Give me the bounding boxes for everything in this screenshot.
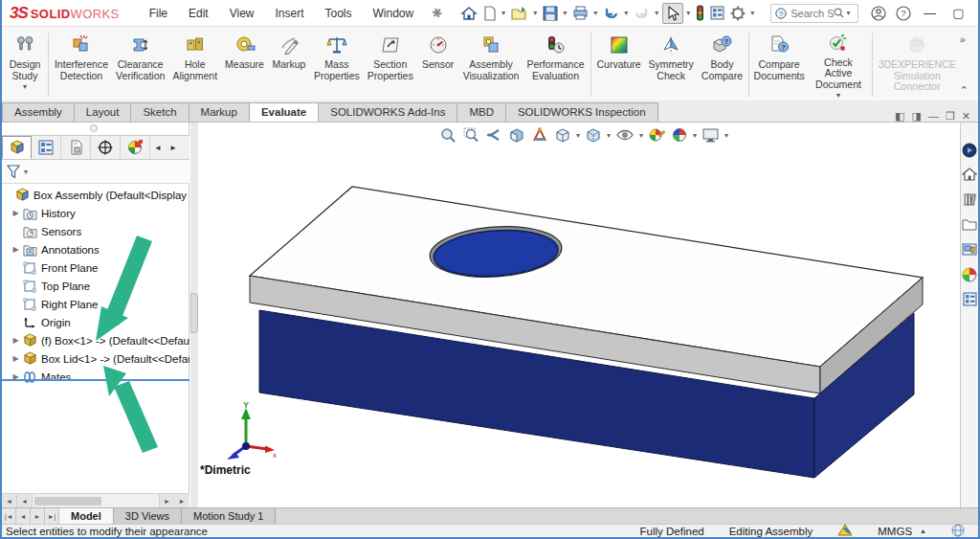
print-dropdown[interactable]: ▾ <box>593 9 597 17</box>
settings-gear-icon[interactable] <box>728 4 747 23</box>
assembly-visualization-button[interactable]: Assembly Visualization <box>459 29 523 101</box>
search-input[interactable]: Search S <box>791 8 834 19</box>
compare-documents-button[interactable]: ? Compare Documents <box>751 29 807 101</box>
design-study-button[interactable]: Design Study ▾ <box>4 29 46 101</box>
expand-caret-icon[interactable]: ▶ <box>10 336 22 345</box>
tree-item-origin[interactable]: Origin <box>2 313 189 331</box>
doc-minimize-button[interactable]: — <box>928 111 939 122</box>
new-document-button[interactable] <box>481 4 499 23</box>
units-selector[interactable]: MMGS ▲ <box>878 526 926 537</box>
tab-solidworks-add-ins[interactable]: SOLIDWORKS Add-Ins <box>318 102 457 122</box>
scroll-left-icon[interactable]: ◄ <box>2 494 17 507</box>
panel-horizontal-scrollbar[interactable]: ◄ ◄ ► ► <box>2 493 189 507</box>
dimxpert-manager-tab[interactable] <box>91 136 121 159</box>
tree-item-box-lid-component[interactable]: ▶ Box Lid<1> -> (Default<<Default <box>2 349 189 368</box>
search-icon[interactable] <box>834 8 844 18</box>
featuremanager-tree-tab[interactable] <box>2 136 32 159</box>
help-icon[interactable]: ? <box>891 3 916 24</box>
property-manager-tab[interactable] <box>32 136 61 159</box>
hole-alignment-button[interactable]: Hole Alignment <box>168 29 221 101</box>
tab-mbd[interactable]: MBD <box>457 102 506 122</box>
scrollbar-thumb[interactable] <box>34 497 101 505</box>
sensor-button[interactable]: Sensor <box>417 29 459 101</box>
status-performance-icon[interactable] <box>837 524 853 538</box>
scroll-right-icon[interactable]: ► <box>159 494 174 507</box>
new-document-dropdown[interactable]: ▾ <box>501 9 505 17</box>
open-dropdown[interactable]: ▾ <box>533 9 537 17</box>
symmetry-check-button[interactable]: Symmetry Check <box>645 29 698 101</box>
filter-dropdown[interactable]: ▾ <box>24 168 28 176</box>
solidworks-resources-icon[interactable] <box>962 167 978 183</box>
mass-properties-button[interactable]: Mass Properties <box>310 29 364 101</box>
ribbon-overflow-button[interactable]: » <box>960 34 969 44</box>
expand-caret-icon[interactable]: ▶ <box>10 245 22 254</box>
tree-item-mates[interactable]: ▶ Mates <box>2 368 189 386</box>
expand-caret-icon[interactable]: ▶ <box>10 354 22 363</box>
tree-item-box-component[interactable]: ▶ (f) Box<1> -> (Default<<Default> <box>2 331 189 349</box>
search-box[interactable]: ? Search S ▾ <box>770 4 858 23</box>
menu-tools[interactable]: Tools <box>317 3 361 24</box>
undo-dropdown[interactable]: ▾ <box>624 9 628 17</box>
tab-model[interactable]: Model <box>59 508 114 524</box>
measure-button[interactable]: Measure <box>221 29 268 101</box>
tags-globe-icon[interactable] <box>951 524 965 539</box>
configuration-manager-tab[interactable] <box>61 136 91 159</box>
check-active-document-button[interactable]: Check Active Document ▾ <box>807 29 869 101</box>
close-button[interactable]: ✕ <box>973 2 980 25</box>
section-properties-button[interactable]: Section Properties <box>364 29 417 101</box>
tree-item-box-assembly[interactable]: Box Assembly (Default<Display State- <box>2 186 189 204</box>
tree-item-annotations[interactable]: ▶ A Annotations <box>2 240 189 258</box>
panel-collapse-handle[interactable] <box>90 124 98 132</box>
settings-dropdown[interactable]: ▾ <box>750 9 754 17</box>
save-dropdown[interactable]: ▾ <box>563 9 567 17</box>
display-manager-tab[interactable] <box>121 136 150 159</box>
search-dropdown[interactable]: ▾ <box>846 9 850 17</box>
open-button[interactable] <box>509 4 530 23</box>
tab-motion-study-1[interactable]: Motion Study 1 <box>182 508 276 524</box>
panel-tabs-scroll-left[interactable]: ◄ <box>150 136 166 159</box>
tab-3d-views[interactable]: 3D Views <box>114 508 182 524</box>
tab-markup[interactable]: Markup <box>189 102 250 122</box>
ribbon-collapse-button[interactable]: ⌃ <box>960 85 969 95</box>
panel-splitter-handle[interactable] <box>190 293 198 333</box>
view-palette-icon[interactable] <box>962 241 978 258</box>
options-list-icon[interactable] <box>708 4 726 22</box>
curvature-button[interactable]: Curvature <box>592 29 644 101</box>
rollback-bar[interactable] <box>2 379 189 381</box>
rebuild-traffic-light-icon[interactable] <box>694 3 706 23</box>
custom-properties-icon[interactable] <box>962 291 978 307</box>
redo-dropdown[interactable]: ▾ <box>655 9 658 17</box>
select-tool-dropdown[interactable]: ▾ <box>686 9 690 17</box>
3dexperience-marketplace-icon[interactable] <box>962 142 978 158</box>
graphics-viewport[interactable]: ▾ ▾ ▾ ▾ ▾ <box>198 123 964 507</box>
units-dropdown-icon[interactable]: ▲ <box>920 528 926 534</box>
tree-item-top-plane[interactable]: Top Plane <box>2 277 189 295</box>
pin-menu-icon[interactable]: ✱ <box>429 4 446 22</box>
design-study-dropdown[interactable]: ▾ <box>23 82 27 91</box>
appearances-scenes-icon[interactable] <box>962 266 978 282</box>
menu-window[interactable]: Window <box>365 3 423 24</box>
tree-item-history[interactable]: ▶ History <box>2 204 189 222</box>
tree-item-right-plane[interactable]: Right Plane <box>2 295 189 313</box>
filter-funnel-icon[interactable] <box>7 165 22 179</box>
panel-splitter[interactable] <box>190 123 198 507</box>
clearance-verification-button[interactable]: Clearance Verification <box>112 29 168 101</box>
select-tool-button[interactable] <box>662 3 683 24</box>
box-assembly-model[interactable] <box>198 123 964 507</box>
menu-insert[interactable]: Insert <box>266 3 312 24</box>
check-active-document-dropdown[interactable]: ▾ <box>836 91 840 100</box>
expand-caret-icon[interactable]: ▶ <box>10 209 22 217</box>
tab-solidworks-inspection[interactable]: SOLIDWORKS Inspection <box>505 102 658 122</box>
account-icon[interactable] <box>866 3 891 24</box>
file-explorer-icon[interactable] <box>962 216 978 233</box>
menu-edit[interactable]: Edit <box>180 3 217 24</box>
maximize-button[interactable]: ▢ <box>945 2 973 25</box>
scroll-right-icon[interactable]: ► <box>174 494 189 507</box>
markup-button[interactable]: Markup <box>268 29 310 101</box>
tab-layout[interactable]: Layout <box>74 102 132 122</box>
interference-detection-button[interactable]: Interference Detection <box>51 29 112 101</box>
body-compare-button[interactable]: ? Body Compare <box>698 29 746 101</box>
doc-pane-left-icon[interactable]: ◧ <box>895 111 904 122</box>
tree-item-front-plane[interactable]: Front Plane <box>2 258 189 277</box>
tab-scroll-first-icon[interactable]: |◄ <box>2 508 16 524</box>
